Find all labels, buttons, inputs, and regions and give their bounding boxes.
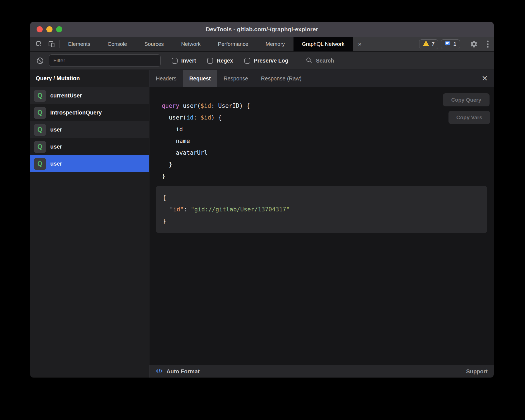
query-type-badge: Q: [34, 158, 46, 170]
badge-divider: [463, 40, 463, 48]
list-item-label: user: [50, 161, 62, 167]
preserve-log-checkbox[interactable]: [244, 58, 250, 64]
auto-format-icon[interactable]: [156, 367, 163, 376]
window-title: DevTools - gitlab.com/-/graphql-explorer: [30, 26, 494, 33]
copy-vars-button[interactable]: Copy Vars: [448, 111, 490, 124]
graphql-query-code: query user($id: UserID) { user(id: $id) …: [156, 100, 491, 182]
tab-response-raw[interactable]: Response (Raw): [254, 70, 308, 87]
message-count: 1: [453, 41, 456, 47]
status-badges: 7 1: [419, 39, 489, 49]
tab-elements[interactable]: Elements: [59, 37, 99, 51]
invert-checkbox[interactable]: [172, 58, 178, 64]
query-type-badge: Q: [34, 90, 46, 102]
request-body: query user($id: UserID) { user(id: $id) …: [149, 87, 494, 365]
search-icon: [306, 57, 312, 65]
titlebar: DevTools - gitlab.com/-/graphql-explorer: [30, 22, 494, 37]
query-type-badge: Q: [34, 107, 46, 119]
filter-bar: Invert Regex Preserve Log Search: [30, 52, 494, 70]
warning-icon: [423, 40, 429, 48]
query-variables-box: { "id": "gid://gitlab/User/13704317"}: [156, 186, 487, 233]
devtools-window: DevTools - gitlab.com/-/graphql-explorer: [30, 22, 494, 378]
device-toolbar-icon[interactable]: [48, 40, 55, 48]
invert-option: Invert: [172, 58, 196, 64]
list-item-user-1[interactable]: Q user: [30, 121, 149, 138]
warnings-badge[interactable]: 7: [419, 39, 438, 49]
more-options-kebab-icon[interactable]: [487, 40, 489, 48]
query-type-badge: Q: [34, 141, 46, 153]
query-list-panel: Query / Mutation Q currentUser Q Introsp…: [30, 70, 149, 378]
settings-gear-icon[interactable]: [470, 40, 478, 48]
list-item-user-selected[interactable]: Q user: [30, 155, 149, 172]
tab-request[interactable]: Request: [183, 70, 217, 87]
search-control[interactable]: Search: [306, 57, 334, 65]
invert-label: Invert: [181, 58, 196, 64]
more-tabs-button[interactable]: »: [353, 40, 367, 48]
inspect-element-icon[interactable]: [35, 40, 43, 48]
list-item-user-2[interactable]: Q user: [30, 138, 149, 155]
message-icon: [445, 40, 451, 48]
auto-format-button[interactable]: Auto Format: [166, 368, 200, 375]
list-item-currentuser[interactable]: Q currentUser: [30, 87, 149, 104]
tab-graphql-network[interactable]: GraphQL Network: [293, 37, 353, 51]
messages-badge[interactable]: 1: [441, 39, 460, 49]
detail-panel: Headers Request Response Response (Raw) …: [149, 70, 494, 378]
close-detail-icon[interactable]: ✕: [481, 75, 488, 82]
devtools-toolbar: Elements Console Sources Network Perform…: [30, 37, 494, 52]
filter-input[interactable]: [49, 54, 161, 67]
regex-checkbox[interactable]: [207, 58, 213, 64]
regex-label: Regex: [217, 58, 233, 64]
toolbar-icons: [30, 37, 59, 51]
tab-console[interactable]: Console: [99, 37, 136, 51]
main-area: Query / Mutation Q currentUser Q Introsp…: [30, 70, 494, 378]
list-item-introspectionquery[interactable]: Q IntrospectionQuery: [30, 104, 149, 121]
query-list-header: Query / Mutation: [30, 70, 149, 87]
tab-response[interactable]: Response: [217, 70, 255, 87]
warning-count: 7: [432, 41, 435, 47]
copy-query-button[interactable]: Copy Query: [443, 93, 490, 106]
tab-headers[interactable]: Headers: [149, 70, 183, 87]
query-type-badge: Q: [34, 124, 46, 136]
list-item-label: currentUser: [50, 92, 82, 99]
tab-network[interactable]: Network: [173, 37, 209, 51]
preserve-log-label: Preserve Log: [254, 58, 288, 64]
preserve-log-option: Preserve Log: [244, 58, 288, 64]
regex-option: Regex: [207, 58, 233, 64]
search-label: Search: [316, 58, 334, 64]
tab-sources[interactable]: Sources: [136, 37, 173, 51]
list-item-label: user: [50, 144, 62, 150]
toolbar-right-section: » 7: [353, 37, 494, 51]
tab-memory[interactable]: Memory: [257, 37, 293, 51]
tab-performance[interactable]: Performance: [209, 37, 257, 51]
list-item-label: user: [50, 127, 62, 133]
detail-footer: Auto Format Support: [149, 365, 494, 378]
list-item-label: IntrospectionQuery: [50, 109, 102, 116]
support-link[interactable]: Support: [466, 368, 488, 375]
detail-tabs: Headers Request Response Response (Raw) …: [149, 70, 494, 87]
block-requests-icon[interactable]: [36, 57, 44, 65]
